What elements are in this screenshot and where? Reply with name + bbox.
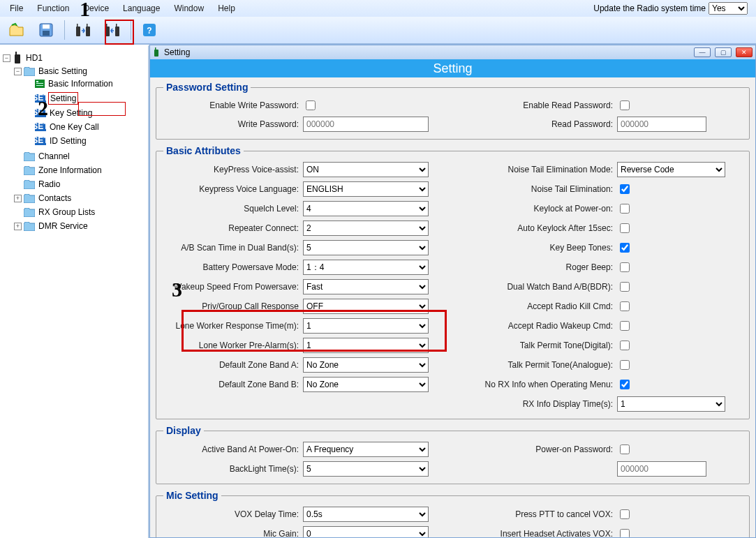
noise-elim-checkbox[interactable]: [620, 184, 630, 194]
toolbar-help-button[interactable]: ?: [137, 20, 162, 40]
no-rx-info-checkbox[interactable]: [620, 380, 630, 389]
info-icon: [35, 80, 45, 88]
lone-pre-select[interactable]: 1: [303, 338, 429, 353]
roger-checkbox[interactable]: [620, 262, 630, 272]
tree-basic-information[interactable]: Basic Information: [47, 78, 114, 89]
tree-expand-icon[interactable]: +: [14, 223, 22, 230]
enable-read-password-checkbox[interactable]: [620, 100, 630, 110]
lone-resp-select[interactable]: 1: [303, 318, 429, 334]
radio-upload-icon: [103, 22, 121, 38]
tree-root[interactable]: HD1: [24, 52, 44, 63]
toolbar-open-button[interactable]: [4, 20, 29, 40]
tree-collapse-icon[interactable]: −: [14, 68, 22, 75]
keypress-voice-lang-select[interactable]: ENGLISH: [303, 181, 429, 197]
vox-delay-select[interactable]: 0.5s: [303, 507, 429, 522]
noise-mode-select[interactable]: Reverse Code: [617, 162, 725, 177]
repeater-select[interactable]: 2: [303, 221, 429, 236]
talk-permit-ana-label: Talk Permit Tone(Analogue):: [477, 360, 617, 370]
tree-zone-information[interactable]: Zone Information: [37, 165, 103, 176]
keypress-voice-assist-select[interactable]: ON: [303, 162, 429, 177]
tree-setting[interactable]: Setting: [48, 92, 78, 105]
accept-kill-label: Accept Radio Kill Cmd:: [477, 301, 617, 311]
mic-gain-select[interactable]: 0: [303, 526, 429, 537]
auto-keylock-checkbox[interactable]: [620, 223, 630, 233]
press-ptt-checkbox[interactable]: [620, 509, 630, 519]
enable-read-password-label: Enable Read Password:: [477, 100, 617, 110]
folder-icon: [24, 208, 35, 217]
toolbar-save-button[interactable]: [34, 20, 59, 40]
accept-wakeup-checkbox[interactable]: [620, 321, 630, 331]
window-minimize-button[interactable]: —: [694, 47, 711, 57]
tree-id-setting[interactable]: ID Setting: [48, 135, 88, 147]
enable-write-password-checkbox[interactable]: [306, 100, 316, 110]
svg-rect-9: [115, 27, 119, 36]
tree-radio[interactable]: Radio: [37, 179, 61, 190]
read-password-input[interactable]: [617, 117, 706, 132]
display-legend: Display: [163, 425, 204, 436]
talk-permit-dig-checkbox[interactable]: [620, 341, 630, 350]
insert-headset-checkbox[interactable]: [620, 529, 630, 537]
svg-rect-2: [43, 31, 50, 36]
folder-icon: [24, 67, 35, 76]
toolbar-write-radio-button[interactable]: [100, 20, 125, 40]
key-beep-checkbox[interactable]: [620, 243, 630, 253]
poweron-pw-checkbox[interactable]: [620, 444, 630, 454]
wakeup-select[interactable]: Fast: [303, 279, 429, 294]
menu-function[interactable]: Function: [30, 2, 76, 15]
tree-key-setting[interactable]: Key Setting: [48, 107, 94, 119]
zone-a-select[interactable]: No Zone: [303, 357, 429, 373]
keylock-power-checkbox[interactable]: [620, 204, 630, 214]
folder-icon: [24, 194, 35, 203]
window-close-button[interactable]: ✕: [736, 47, 753, 57]
tree-contacts[interactable]: Contacts: [37, 193, 73, 204]
svg-rect-3: [76, 27, 80, 36]
menu-language[interactable]: Language: [116, 2, 167, 15]
wakeup-label: Wakeup Speed From Powersave:: [163, 282, 303, 292]
window-titlebar: Setting — ▢ ✕: [150, 45, 755, 59]
menu-file[interactable]: File: [3, 2, 30, 15]
toolbar-read-radio-button[interactable]: [71, 20, 96, 40]
tree-channel[interactable]: Channel: [37, 151, 71, 162]
display-group: Display Active Band At Power-On: A Frequ…: [156, 425, 750, 484]
squelch-select[interactable]: 4: [303, 201, 429, 216]
poweron-pw-input[interactable]: [617, 461, 706, 477]
navigation-tree[interactable]: − HD1 − Basic Setting Basic Information: [0, 45, 149, 538]
tree-one-key-call[interactable]: One Key Call: [48, 121, 101, 133]
tree-collapse-icon[interactable]: −: [3, 54, 10, 62]
set-icon: SET: [35, 123, 46, 131]
backlight-select[interactable]: 5: [303, 461, 429, 477]
poweron-pw-label: Power-on Password:: [477, 444, 617, 454]
menu-help[interactable]: Help: [211, 2, 242, 15]
squelch-label: Squelch Level:: [163, 204, 303, 214]
press-ptt-label: Press PTT to cancel VOX:: [477, 509, 617, 519]
active-band-select[interactable]: A Frequency: [303, 442, 429, 457]
menu-window[interactable]: Window: [167, 2, 211, 15]
battery-label: Battery Powersave Mode:: [163, 262, 303, 272]
dual-watch-checkbox[interactable]: [620, 282, 630, 292]
write-password-input[interactable]: [303, 117, 429, 132]
tree-expand-icon[interactable]: +: [14, 195, 22, 202]
update-radio-time-select[interactable]: Yes: [709, 2, 748, 15]
tree-basic-setting[interactable]: Basic Setting: [37, 66, 89, 77]
window-maximize-button[interactable]: ▢: [715, 47, 732, 57]
help-icon: ?: [142, 22, 157, 38]
basic-attributes-legend: Basic Attributes: [163, 145, 244, 156]
tree-dmr-service[interactable]: DMR Service: [37, 221, 89, 232]
svg-text:?: ?: [147, 26, 151, 36]
tree-rx-group-lists[interactable]: RX Group Lists: [37, 207, 96, 218]
menu-device[interactable]: Device: [76, 2, 116, 15]
set-icon: SET: [35, 109, 46, 117]
rx-info-time-select[interactable]: 1: [617, 396, 725, 412]
dual-watch-label: Dual Watch Band A/B(BDR):: [477, 282, 617, 292]
accept-kill-checkbox[interactable]: [620, 301, 630, 311]
zone-b-select[interactable]: No Zone: [303, 377, 429, 392]
no-rx-info-label: No RX Info when Operating Menu:: [477, 380, 617, 389]
insert-headset-label: Insert Headset Activates VOX:: [477, 529, 617, 537]
priv-group-select[interactable]: OFF: [303, 299, 429, 314]
folder-icon: [24, 180, 35, 189]
talk-permit-ana-checkbox[interactable]: [620, 360, 630, 370]
ab-scan-select[interactable]: 5: [303, 240, 429, 255]
key-beep-label: Key Beep Tones:: [477, 243, 617, 253]
battery-select[interactable]: 1：4: [303, 260, 429, 275]
toolbar: ?: [0, 17, 756, 45]
